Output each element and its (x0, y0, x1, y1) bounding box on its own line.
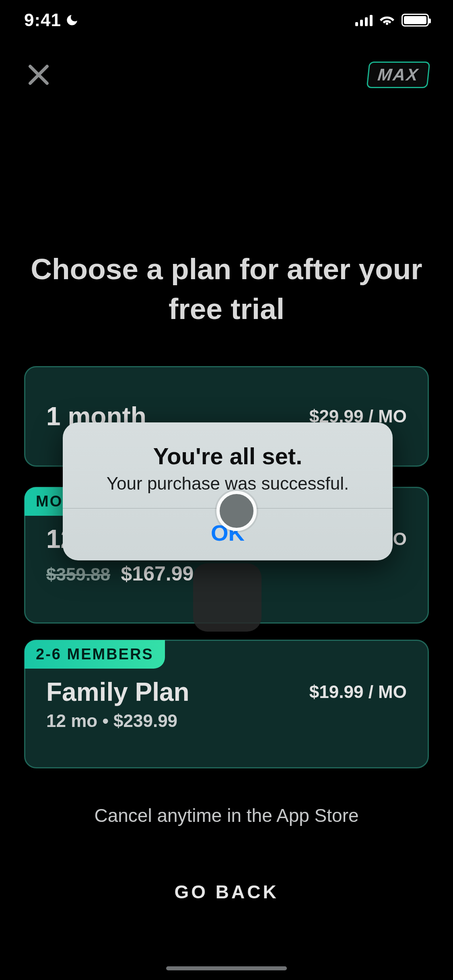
do-not-disturb-icon (65, 13, 79, 27)
plan-name: Family Plan (46, 677, 189, 707)
status-bar: 9:41 (0, 0, 453, 40)
plan-subline: 12 mo • $239.99 (46, 711, 407, 731)
members-tag: 2-6 MEMBERS (25, 640, 165, 669)
status-left: 9:41 (24, 10, 79, 30)
touch-indicator-icon (216, 491, 257, 531)
header: MAX (0, 60, 453, 89)
home-indicator[interactable] (166, 966, 287, 970)
close-icon[interactable] (24, 60, 53, 89)
loading-backdrop (193, 563, 262, 632)
page-title: Choose a plan for after your free trial (24, 249, 429, 329)
wifi-icon (380, 13, 394, 27)
purchase-success-alert: You're all set. Your purchase was succes… (63, 422, 393, 560)
status-time: 9:41 (24, 10, 61, 30)
plan-original-price: $359.88 (46, 564, 110, 584)
alert-title: You're all set. (87, 443, 369, 469)
battery-icon (402, 14, 429, 27)
cellular-signal-icon (355, 14, 373, 26)
plan-price: $19.99 / MO (309, 682, 407, 702)
cancel-note: Cancel anytime in the App Store (0, 805, 453, 826)
go-back-button[interactable]: GO BACK (0, 881, 453, 903)
alert-message: Your purchase was successful. (87, 474, 369, 494)
plan-card-family[interactable]: 2-6 MEMBERS Family Plan $19.99 / MO 12 m… (24, 640, 429, 768)
max-badge: MAX (366, 62, 430, 88)
status-right (355, 13, 429, 27)
plan-sale-price: $167.99 (121, 562, 194, 585)
